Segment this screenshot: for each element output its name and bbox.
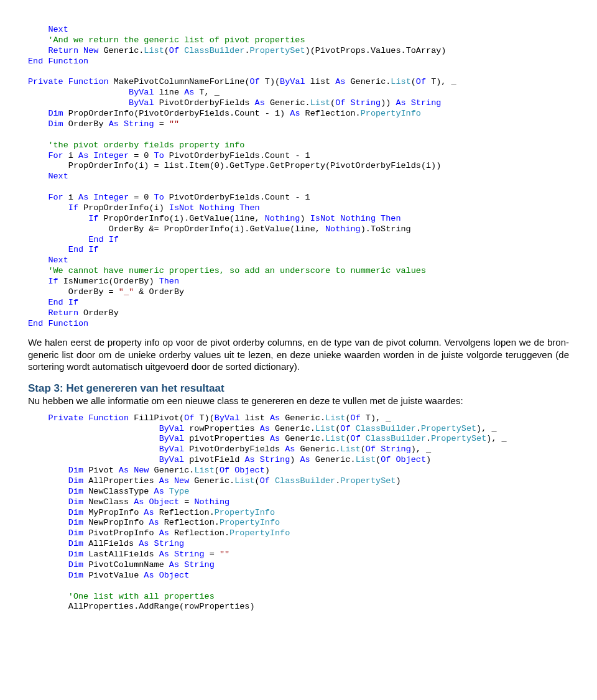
step-3-heading: Stap 3: Het genereren van het resultaat	[28, 382, 569, 395]
code-block-1: Next 'And we return the generic list of …	[28, 25, 569, 329]
code-block-2: Private Function FillPivot(Of T)(ByVal l…	[28, 413, 569, 613]
paragraph-1: We halen eerst de property info op voor …	[28, 336, 569, 373]
paragraph-2: Nu hebben we alle informatie om een nieu…	[28, 395, 569, 407]
